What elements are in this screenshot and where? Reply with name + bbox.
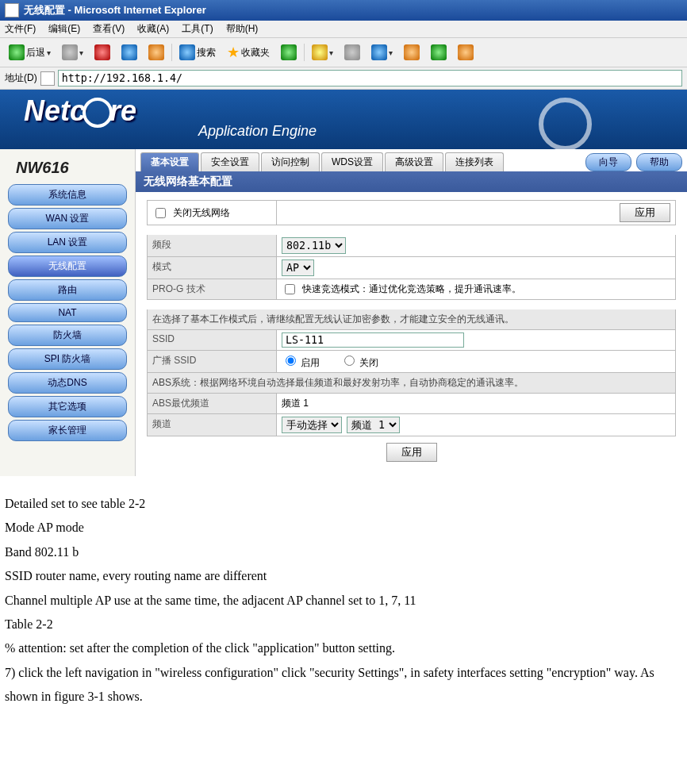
search-icon: [179, 44, 195, 60]
banner: Netcre Application Engine: [0, 90, 687, 149]
print-button[interactable]: [340, 42, 364, 63]
prog-text: 快速竞选模式：通过优化竞选策略，提升通讯速率。: [302, 282, 521, 296]
word-icon: [371, 44, 387, 60]
sidebar-item-1[interactable]: WAN 设置: [8, 208, 127, 229]
channel-value-select[interactable]: 频道 1: [347, 417, 400, 433]
section-title: 无线网络基本配置: [136, 171, 687, 192]
broadcast-disable-option[interactable]: 关闭: [340, 353, 378, 370]
favorites-button[interactable]: ★收藏夹: [223, 41, 274, 63]
discuss-button[interactable]: [400, 42, 424, 63]
mail-icon: [312, 44, 328, 60]
menu-edit[interactable]: 编辑(E): [48, 22, 80, 36]
sidebar-item-7[interactable]: SPI 防火墙: [8, 348, 127, 370]
ssid-label: SSID: [148, 330, 277, 350]
star-icon: ★: [227, 44, 240, 61]
doc-line: Table 2-2: [5, 613, 682, 636]
sidebar-item-5[interactable]: NAT: [8, 303, 127, 322]
abs-best-value: 频道 1: [277, 394, 675, 413]
prog-label: PRO-G 技术: [148, 279, 277, 299]
menu-file[interactable]: 文件(F): [5, 22, 36, 36]
enable-radio[interactable]: [286, 355, 296, 366]
disable-radio[interactable]: [344, 355, 355, 366]
home-button[interactable]: [144, 42, 168, 63]
address-input[interactable]: [58, 70, 682, 86]
model-label: NW616: [0, 154, 135, 182]
messenger-icon: [431, 44, 447, 60]
close-wifi-label: 关闭无线网络: [173, 206, 230, 220]
back-icon: [9, 44, 25, 60]
security-note: 在选择了基本工作模式后，请继续配置无线认证加密参数，才能建立安全的无线通讯。: [147, 309, 676, 330]
window-titlebar: 无线配置 - Microsoft Internet Explorer: [0, 0, 687, 21]
doc-line: Mode AP mode: [5, 516, 682, 540]
channel-mode-select[interactable]: 手动选择: [282, 417, 342, 433]
sidebar-item-4[interactable]: 路由: [8, 279, 127, 301]
abs-note: ABS系统：根据网络环境自动选择最佳频道和最好发射功率，自动协商稳定的通讯速率。: [147, 373, 676, 394]
refresh-icon: [121, 44, 137, 60]
sidebar-item-3[interactable]: 无线配置: [8, 256, 127, 277]
edit-button[interactable]: ▾: [367, 42, 397, 63]
menu-view[interactable]: 查看(V): [93, 22, 125, 36]
stop-button[interactable]: [90, 42, 114, 63]
sidebar-item-2[interactable]: LAN 设置: [8, 232, 127, 253]
abs-best-label: ABS最优频道: [148, 394, 277, 413]
print-icon: [344, 44, 360, 60]
ssid-input[interactable]: [282, 332, 464, 348]
research-button[interactable]: [454, 42, 478, 63]
doc-line: 7) click the left navigation in "wireles…: [5, 661, 682, 709]
forward-button[interactable]: ▾: [58, 42, 87, 63]
menu-tools[interactable]: 工具(T): [182, 22, 213, 36]
broadcast-enable-option[interactable]: 启用: [282, 353, 320, 370]
sidebar-item-8[interactable]: 动态DNS: [8, 372, 127, 394]
refresh-button[interactable]: [117, 42, 141, 63]
menu-help[interactable]: 帮助(H): [226, 22, 259, 36]
forward-icon: [62, 44, 78, 60]
prog-checkbox[interactable]: [285, 284, 295, 294]
tab-bar: 基本设置安全设置访问控制WDS设置高级设置连接列表 向导 帮助: [136, 149, 687, 171]
doc-line: % attention: set after the completion of…: [5, 636, 682, 660]
sidebar-item-9[interactable]: 其它选项: [8, 396, 127, 417]
tab-3[interactable]: WDS设置: [321, 152, 383, 171]
address-bar: 地址(D): [0, 67, 687, 90]
main-panel: 基本设置安全设置访问控制WDS设置高级设置连接列表 向导 帮助 无线网络基本配置…: [136, 149, 687, 476]
sidebar-item-10[interactable]: 家长管理: [8, 420, 127, 441]
toolbar: 后退▾ ▾ 搜索 ★收藏夹 ▾ ▾: [0, 38, 687, 67]
tab-0[interactable]: 基本设置: [140, 152, 199, 171]
close-wifi-checkbox[interactable]: [155, 208, 166, 218]
stop-icon: [94, 44, 110, 60]
mode-label: 模式: [148, 257, 277, 279]
tab-5[interactable]: 连接列表: [445, 152, 504, 171]
wizard-button[interactable]: 向导: [585, 153, 631, 171]
back-button[interactable]: 后退▾: [5, 42, 55, 63]
help-button[interactable]: 帮助: [636, 153, 682, 171]
search-button[interactable]: 搜索: [175, 42, 220, 63]
band-select[interactable]: 802.11b: [282, 237, 346, 254]
apply-button-top[interactable]: 应用: [620, 203, 670, 222]
history-button[interactable]: [277, 42, 301, 63]
discuss-icon: [404, 44, 420, 60]
doc-line: SSID router name, every routing name are…: [5, 564, 682, 588]
doc-line: Detailed set to see table 2-2: [5, 492, 682, 516]
apply-button-bottom[interactable]: 应用: [386, 443, 437, 462]
doc-line: Band 802.11 b: [5, 540, 682, 564]
band-label: 频段: [148, 235, 277, 256]
sidebar-item-0[interactable]: 系统信息: [8, 184, 127, 206]
mail-button[interactable]: ▾: [308, 42, 337, 63]
home-icon: [148, 44, 164, 60]
broadcast-label: 广播 SSID: [148, 351, 277, 372]
decor-ring-icon: [539, 98, 592, 149]
tab-2[interactable]: 访问控制: [261, 152, 320, 171]
address-label: 地址(D): [5, 71, 37, 85]
menu-favorites[interactable]: 收藏(A): [137, 22, 169, 36]
app-icon: [5, 3, 19, 17]
history-icon: [281, 44, 297, 60]
tab-4[interactable]: 高级设置: [385, 152, 443, 171]
mode-select[interactable]: AP: [282, 259, 314, 276]
research-icon: [458, 44, 474, 60]
page-icon: [40, 71, 55, 86]
window-title: 无线配置 - Microsoft Internet Explorer: [24, 3, 206, 17]
document-text: Detailed set to see table 2-2 Mode AP mo…: [0, 476, 687, 725]
channel-label: 频道: [148, 414, 277, 436]
tab-1[interactable]: 安全设置: [201, 152, 259, 171]
messenger-button[interactable]: [427, 42, 451, 63]
sidebar-item-6[interactable]: 防火墙: [8, 325, 127, 346]
